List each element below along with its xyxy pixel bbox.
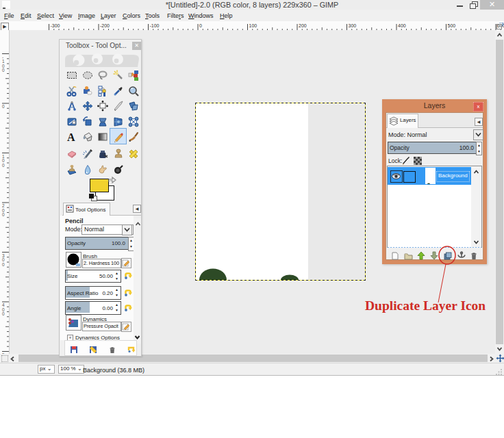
svg-text:0: 0	[2, 262, 5, 267]
svg-text:-100: -100	[150, 23, 160, 28]
svg-text:200: 200	[299, 23, 307, 28]
svg-text:0: 0	[2, 212, 5, 217]
svg-text:A: A	[67, 131, 75, 142]
svg-text:0: 0	[2, 163, 5, 168]
svg-text:0: 0	[2, 311, 5, 316]
svg-text:300: 300	[349, 23, 357, 28]
svg-text:100: 100	[249, 23, 257, 28]
svg-text:400: 400	[398, 23, 406, 28]
svg-text:-300: -300	[51, 23, 60, 28]
svg-text:0: 0	[199, 23, 202, 28]
svg-text:500: 500	[448, 23, 456, 28]
svg-text:0: 0	[2, 104, 5, 109]
svg-text:-200: -200	[100, 23, 110, 28]
svg-text:0: 0	[2, 68, 5, 73]
svg-text:5: 5	[2, 352, 5, 355]
